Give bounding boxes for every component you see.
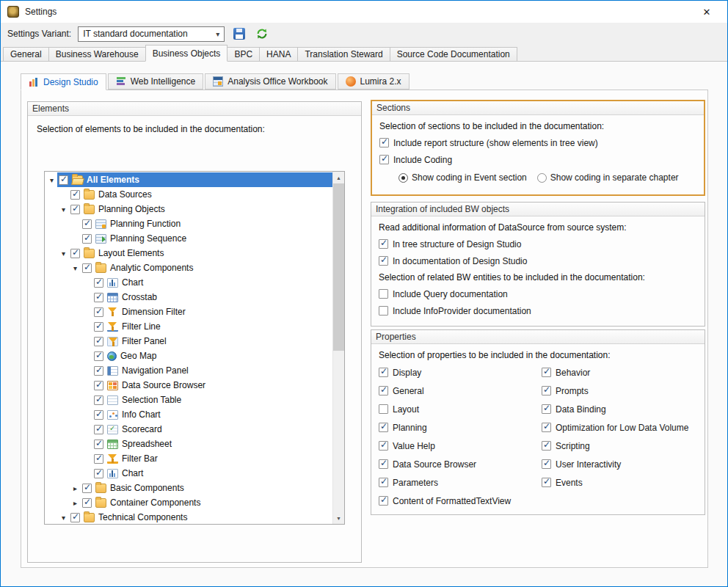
tree-item-checkbox[interactable] bbox=[94, 454, 103, 464]
checkbox[interactable] bbox=[379, 478, 388, 487]
tree-item[interactable]: Crosstab bbox=[45, 290, 332, 305]
checkbox-general[interactable]: General bbox=[379, 385, 542, 396]
checkbox[interactable] bbox=[379, 441, 388, 451]
main-tab-business-objects[interactable]: Business Objects bbox=[145, 45, 228, 62]
checkbox[interactable] bbox=[379, 423, 388, 432]
tree-item-content[interactable]: Info Chart bbox=[92, 407, 332, 422]
tree-item[interactable]: Chart bbox=[45, 275, 332, 290]
tree-item-checkbox[interactable] bbox=[94, 366, 103, 376]
tree-item-content[interactable]: Selection Table bbox=[92, 393, 332, 407]
tree-item[interactable]: Basic Components bbox=[45, 481, 332, 495]
radio-show-coding-in-separate-chapter[interactable]: Show coding in separate chapter bbox=[537, 172, 679, 183]
checkbox-scripting[interactable]: Scripting bbox=[542, 440, 697, 451]
tree-item-content[interactable]: Dimension Filter bbox=[92, 305, 332, 319]
sub-tab-web-intelligence[interactable]: Web Intelligence bbox=[108, 73, 204, 90]
checkbox[interactable] bbox=[542, 459, 551, 469]
checkbox[interactable] bbox=[379, 239, 388, 249]
checkbox-data-source-browser[interactable]: Data Source Browser bbox=[379, 459, 542, 470]
tree-item-content[interactable]: Container Components bbox=[81, 495, 332, 510]
checkbox[interactable] bbox=[542, 478, 551, 487]
checkbox-in-documentation-of-design-studio[interactable]: In documentation of Design Studio bbox=[379, 255, 697, 266]
tree-item-content[interactable]: Filter Bar bbox=[92, 451, 332, 466]
checkbox[interactable] bbox=[379, 368, 388, 377]
tree-item-content[interactable]: Basic Components bbox=[81, 481, 332, 495]
tree-item[interactable]: Analytic Components bbox=[45, 260, 332, 275]
tree-item[interactable]: Filter Panel bbox=[45, 334, 332, 349]
checkbox-include-infoprovider-documentation[interactable]: Include InfoProvider documentation bbox=[379, 305, 697, 316]
tree-item[interactable]: Container Components bbox=[45, 495, 332, 510]
checkbox-events[interactable]: Events bbox=[542, 477, 697, 488]
scroll-up-icon[interactable] bbox=[333, 172, 344, 183]
tree-item-checkbox[interactable] bbox=[94, 440, 103, 449]
tree-item-content[interactable]: Geo Map bbox=[92, 349, 332, 363]
tree-item[interactable]: Planning Sequence bbox=[45, 231, 332, 246]
tree-item[interactable]: Spreadsheet bbox=[45, 437, 332, 451]
checkbox-prompts[interactable]: Prompts bbox=[542, 385, 697, 396]
tree-item[interactable]: Filter Bar bbox=[45, 451, 332, 466]
checkbox-include-coding[interactable]: Include Coding bbox=[379, 154, 696, 165]
checkbox-value-help[interactable]: Value Help bbox=[379, 440, 542, 451]
main-tab-hana[interactable]: HANA bbox=[259, 47, 298, 62]
sub-tab-analysis-office-workbook[interactable]: Analysis Office Workbook bbox=[205, 73, 335, 90]
tree-item-content[interactable]: Layout Elements bbox=[69, 246, 332, 260]
main-tab-general[interactable]: General bbox=[3, 47, 49, 62]
tree-item-checkbox[interactable] bbox=[94, 307, 103, 317]
radio-button[interactable] bbox=[398, 173, 408, 183]
tree-expander-icon[interactable] bbox=[58, 512, 69, 522]
tree-item[interactable]: All Elements bbox=[45, 172, 332, 187]
tree-item[interactable]: Geo Map bbox=[45, 349, 332, 363]
checkbox[interactable] bbox=[542, 404, 551, 414]
tree-expander-icon[interactable] bbox=[70, 263, 81, 273]
tree-expander-icon[interactable] bbox=[70, 497, 81, 508]
checkbox-include-query-documentation[interactable]: Include Query documentation bbox=[379, 288, 697, 299]
checkbox-in-tree-structure-of-design-studio[interactable]: In tree structure of Design Studio bbox=[379, 238, 697, 249]
tree-item[interactable]: Selection Table bbox=[45, 393, 332, 407]
tree-item[interactable]: Dimension Filter bbox=[45, 305, 332, 319]
tree-item-checkbox[interactable] bbox=[82, 219, 92, 229]
checkbox[interactable] bbox=[379, 289, 388, 299]
tree-item-content[interactable]: Planning Objects bbox=[69, 202, 332, 216]
tree-item-content[interactable]: Analytic Components bbox=[81, 260, 332, 275]
sub-tab-design-studio[interactable]: Design Studio bbox=[21, 73, 106, 90]
tree-item-checkbox[interactable] bbox=[94, 469, 103, 478]
tree-item-checkbox[interactable] bbox=[82, 484, 92, 493]
checkbox[interactable] bbox=[542, 441, 551, 451]
radio-show-coding-in-event-section[interactable]: Show coding in Event section bbox=[398, 172, 527, 183]
tree-item[interactable]: Planning Objects bbox=[45, 202, 332, 216]
checkbox-behavior[interactable]: Behavior bbox=[542, 367, 697, 378]
tree-item-checkbox[interactable] bbox=[94, 395, 103, 405]
tree-item[interactable]: Data Sources bbox=[45, 187, 332, 202]
tree-item[interactable]: Technical Components bbox=[45, 510, 332, 524]
scrollbar-thumb[interactable] bbox=[333, 183, 344, 351]
close-button[interactable] bbox=[693, 1, 721, 23]
tree-item-content[interactable]: Chart bbox=[92, 466, 332, 481]
checkbox[interactable] bbox=[379, 386, 388, 395]
chevron-down-icon[interactable] bbox=[211, 27, 224, 41]
tree-item[interactable]: Scorecard bbox=[45, 422, 332, 437]
checkbox[interactable] bbox=[542, 368, 551, 377]
tree-item-checkbox[interactable] bbox=[70, 513, 80, 522]
checkbox[interactable] bbox=[542, 423, 551, 432]
checkbox[interactable] bbox=[379, 496, 388, 506]
tree-item-checkbox[interactable] bbox=[94, 425, 103, 434]
checkbox[interactable] bbox=[379, 155, 389, 164]
main-tab-bpc[interactable]: BPC bbox=[227, 47, 260, 62]
tree-item-content[interactable]: Chart bbox=[92, 275, 332, 290]
tree-expander-icon[interactable] bbox=[70, 483, 81, 493]
tree-item-content[interactable]: Filter Line bbox=[92, 319, 332, 334]
tree-item-content[interactable]: Crosstab bbox=[92, 290, 332, 305]
tree-item-checkbox[interactable] bbox=[94, 337, 103, 346]
checkbox-include-report-structure-show-elements-in-tree-view[interactable]: Include report structure (show elements … bbox=[379, 137, 696, 148]
checkbox[interactable] bbox=[379, 306, 388, 316]
checkbox[interactable] bbox=[542, 386, 551, 395]
sub-tab-lumira-2-x[interactable]: Lumira 2.x bbox=[338, 73, 410, 90]
checkbox-content-of-formattedtextview[interactable]: Content of FormattedTextView bbox=[379, 495, 542, 506]
main-tab-business-warehouse[interactable]: Business Warehouse bbox=[48, 47, 146, 62]
main-tab-translation-steward[interactable]: Translation Steward bbox=[297, 47, 390, 62]
tree-item-checkbox[interactable] bbox=[94, 322, 103, 332]
tree-item-content[interactable]: Data Sources bbox=[69, 187, 332, 202]
tree-item-checkbox[interactable] bbox=[82, 234, 92, 244]
scroll-down-icon[interactable] bbox=[333, 512, 344, 524]
refresh-variant-button[interactable] bbox=[254, 26, 270, 42]
tree-item-content[interactable]: All Elements bbox=[57, 172, 332, 187]
